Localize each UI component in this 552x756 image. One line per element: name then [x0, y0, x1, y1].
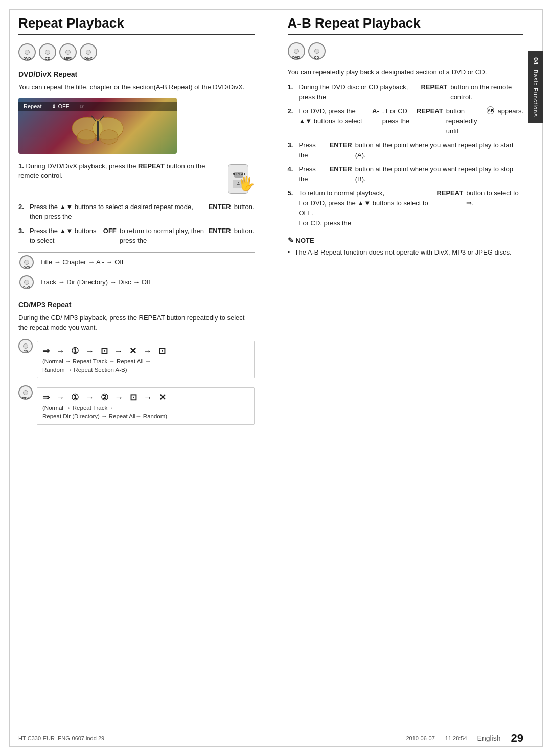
footer-right: 2010-06-07 11:28:54 English 29 — [406, 731, 523, 745]
left-column: Repeat Playback DVD CD MP3 — [18, 15, 260, 431]
right-dvd-icon: DVD — [288, 42, 305, 60]
remote-image: REPEAT 4 🖐 — [228, 161, 255, 194]
step-1-with-image: 1. During DVD/DivX playback, press the R… — [18, 161, 255, 194]
two-column-layout: Repeat Playback DVD CD MP3 — [18, 15, 523, 431]
sidebar-tab: 04 Basic Functions — [528, 51, 543, 123]
right-cd-icon: CD — [308, 42, 326, 60]
footer: HT-C330-EUR_ENG-0607.indd 29 2010-06-07 … — [18, 728, 523, 745]
footer-filename: HT-C330-EUR_ENG-0607.indd 29 — [18, 735, 104, 741]
mp3-icon-small: MP3 — [18, 385, 33, 400]
note-title: NOTE — [288, 236, 524, 244]
right-column: A-B Repeat Playback DVD CD You can repea… — [275, 15, 524, 431]
sidebar-number: 04 — [532, 57, 540, 64]
repeat-table: DVD Title → Chapter → A - → Off DivX Tr — [18, 252, 255, 292]
svg-point-2 — [77, 130, 96, 144]
footer-date: 2010-06-07 — [406, 735, 434, 741]
ab-intro: You can repeatedly play back a designate… — [288, 67, 524, 77]
step-1-text: 1. During DVD/DivX playback, press the R… — [18, 161, 223, 181]
dvd-disc-icon: DVD — [18, 43, 36, 61]
dvd-divx-intro: You can repeat the title, chapter or the… — [18, 82, 255, 93]
repeat-table-row-dvd: DVD Title → Chapter → A - → Off — [18, 253, 255, 272]
butterfly-image — [18, 108, 177, 154]
cd-mp3-heading: CD/MP3 Repeat — [18, 301, 255, 309]
ab-repeat-title: A-B Repeat Playback — [288, 15, 524, 35]
mp3-symbols: ⇒ → ① → ② → ⊡ → ✕ — [42, 392, 249, 403]
ab-steps-list: 1. During the DVD disc or CD playback, p… — [288, 82, 524, 228]
content-area: Repeat Playback DVD CD MP3 — [18, 15, 523, 736]
step-item: 1. During DVD/DivX playback, press the R… — [18, 161, 255, 198]
step-item: 2. Press the ▲▼ buttons to select a desi… — [18, 202, 255, 222]
dvd-repeat-sequence: Title → Chapter → A - → Off — [40, 258, 123, 266]
cd-mode-item: CD ⇒ → ① → ⊡ → ✕ → ⊡ (Normal → Repeat Tr… — [18, 338, 255, 380]
mp3-mode-item: MP3 ⇒ → ① → ② → ⊡ → ✕ (Normal → Repeat T… — [18, 384, 255, 427]
svg-point-3 — [100, 130, 118, 144]
page-number: 29 — [511, 731, 523, 745]
cd-icon-small: CD — [18, 339, 33, 353]
ab-step-4: 4. Press the ENTER button at the point w… — [288, 164, 524, 184]
footer-time: 11:28:54 — [445, 735, 467, 741]
ab-step-3: 3. Press the ENTER button at the point w… — [288, 140, 524, 160]
page-label: English — [477, 734, 501, 742]
divx-repeat-sequence: Track → Dir (Directory) → Disc → Off — [40, 278, 150, 286]
cd-mp3-intro: During the CD/ MP3 playback, press the R… — [18, 313, 255, 333]
dvd-steps-list: 1. During DVD/DivX playback, press the R… — [18, 161, 255, 246]
repeat-table-row-divx: DivX Track → Dir (Directory) → Disc → Of… — [18, 272, 255, 292]
ab-step-2: 2. For DVD, press the ▲▼ buttons to sele… — [288, 106, 524, 136]
mp3-sequence-box: ⇒ → ① → ② → ⊡ → ✕ (Normal → Repeat Track… — [37, 387, 255, 425]
right-disc-icons: DVD CD — [288, 42, 524, 60]
divx-icon-table: DivX — [18, 275, 35, 289]
sidebar-text: Basic Functions — [533, 70, 539, 117]
cd-sequence-box: ⇒ → ① → ⊡ → ✕ → ⊡ (Normal → Repeat Track… — [37, 341, 255, 378]
step-item: 3. Press the ▲▼ buttons to select OFF to… — [18, 226, 255, 246]
page-title: Repeat Playback — [18, 15, 255, 35]
ab-step-1: 1. During the DVD disc or CD playback, p… — [288, 82, 524, 102]
ab-section-icon: AB — [487, 106, 494, 114]
mp3-disc-icon: MP3 — [59, 43, 77, 61]
dvd-vcd-icon: DVD — [18, 255, 35, 269]
hand-icon: 🖐 — [238, 174, 255, 194]
note-section: NOTE The A-B Repeat function does not op… — [288, 236, 524, 258]
ab-step-5: 5. To return to normal playback, For DVD… — [288, 188, 524, 228]
cd-disc-icon: CD — [39, 43, 56, 61]
cd-symbols: ⇒ → ① → ⊡ → ✕ → ⊡ — [42, 346, 249, 356]
mp3-caption: (Normal → Repeat Track→Repeat Dir (Direc… — [42, 404, 249, 420]
dvd-screenshot: Repeat ⇕ OFF ☞ — [18, 98, 177, 154]
svg-rect-4 — [97, 121, 99, 141]
cd-mode-content: ⇒ → ① → ⊡ → ✕ → ⊡ (Normal → Repeat Track… — [37, 338, 255, 380]
note-item: The A-B Repeat function does not operate… — [288, 247, 524, 258]
butterfly-svg — [67, 110, 128, 151]
dvd-divx-heading: DVD/DivX Repeat — [18, 70, 255, 78]
divx-disc-icon: DivX — [80, 43, 97, 61]
note-list: The A-B Repeat function does not operate… — [288, 247, 524, 258]
disc-icon-row: DVD CD MP3 DivX — [18, 43, 255, 61]
mp3-mode-content: ⇒ → ① → ② → ⊡ → ✕ (Normal → Repeat Track… — [37, 384, 255, 427]
cd-caption: (Normal → Repeat Track → Repeat All →Ran… — [42, 357, 249, 374]
